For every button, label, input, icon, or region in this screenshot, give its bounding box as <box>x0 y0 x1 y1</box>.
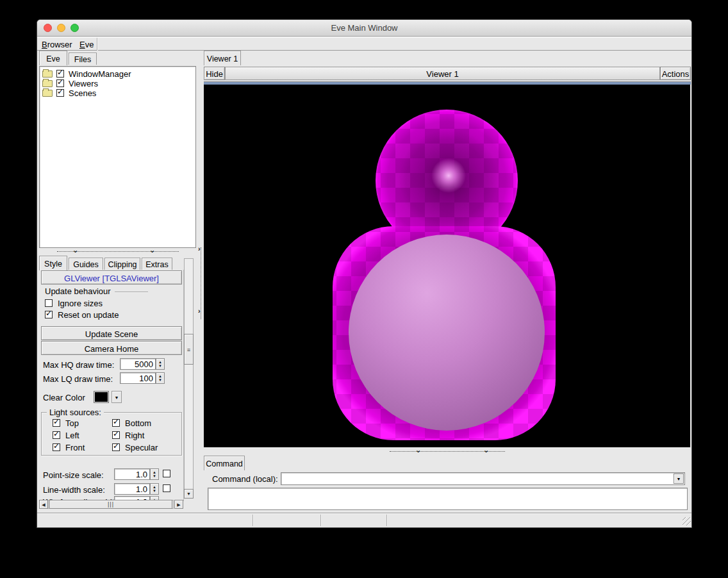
scrollbar-thumb[interactable]: ||| <box>49 500 172 509</box>
tree-item-scenes[interactable]: ✓ Scenes <box>42 88 190 98</box>
ignore-sizes-label: Ignore sizes <box>58 299 103 308</box>
tree-checkbox[interactable]: ✓ <box>56 70 64 78</box>
tab-style[interactable]: Style <box>39 256 67 270</box>
ignore-sizes-checkbox[interactable] <box>45 299 53 307</box>
light-specular-label: Specular <box>125 443 158 452</box>
tree-checkbox[interactable]: ✓ <box>56 89 64 97</box>
point-size-checkbox[interactable] <box>163 470 170 477</box>
left-horizontal-splitter[interactable]: ⌄ ⌄ <box>39 248 196 254</box>
group-rule <box>115 292 148 292</box>
light-right-checkbox[interactable]: ✓ <box>112 431 120 439</box>
point-size-label: Point-size scale: <box>43 470 104 480</box>
menu-browser[interactable]: Browser <box>42 40 72 49</box>
tree-item-windowmanager[interactable]: ✓ WindowManager <box>42 69 190 79</box>
camera-home-button[interactable]: Camera Home <box>41 341 182 355</box>
max-lq-label: Max LQ draw time: <box>43 374 113 384</box>
light-right-label: Right <box>125 431 144 440</box>
spinner-arrows[interactable]: ▲ ▼ <box>150 483 159 495</box>
viewer-title-bar[interactable]: Viewer 1 <box>225 67 660 80</box>
scroll-right-icon: ▶ <box>177 502 180 507</box>
clear-color-dropdown[interactable]: ▼ <box>112 391 122 403</box>
spin-down-icon[interactable]: ▼ <box>156 377 164 383</box>
light-bottom-checkbox[interactable]: ✓ <box>112 419 120 427</box>
scroll-left-button[interactable]: ◀ <box>39 500 48 509</box>
tree-item-label: Scenes <box>69 88 96 98</box>
command-output[interactable] <box>208 488 688 510</box>
viewer-hide-button[interactable]: Hide <box>204 67 225 80</box>
scroll-down-icon: ▼ <box>186 491 191 496</box>
clear-color-label: Clear Color <box>43 393 85 402</box>
statusbar-cell <box>253 515 321 526</box>
command-local-label: Command (local): <box>212 474 278 484</box>
command-dropdown-button[interactable]: ▼ <box>674 474 684 484</box>
viewer-highlight-strip <box>204 80 691 85</box>
point-size-spinner[interactable]: 1.0 ▲ ▼ <box>114 468 159 480</box>
tab-extras[interactable]: Extras <box>142 258 172 270</box>
tree-item-viewers[interactable]: ✓ Viewers <box>42 79 190 88</box>
light-specular-checkbox[interactable]: ✓ <box>112 443 120 451</box>
tab-viewer-1[interactable]: Viewer 1 <box>204 51 241 65</box>
column-splitter[interactable]: › › <box>197 51 204 513</box>
chevron-down-icon[interactable]: ⌄ <box>149 246 155 254</box>
clear-color-swatch[interactable] <box>94 391 109 403</box>
light-top-checkbox[interactable]: ✓ <box>53 419 60 427</box>
reset-on-update-checkbox[interactable]: ✓ <box>45 311 53 318</box>
line-width-spinner[interactable]: 1.0 ▲ ▼ <box>114 483 159 495</box>
tab-files[interactable]: Files <box>69 53 97 65</box>
light-left-checkbox[interactable]: ✓ <box>53 431 60 439</box>
update-scene-button[interactable]: Update Scene <box>41 326 182 340</box>
chevron-down-icon[interactable]: ⌄ <box>483 446 489 454</box>
light-left-label: Left <box>65 431 79 440</box>
line-width-value[interactable]: 1.0 <box>114 483 150 495</box>
resize-grip[interactable] <box>682 517 691 525</box>
max-hq-value[interactable]: 5000 <box>120 358 156 370</box>
check-icon: ✓ <box>53 429 60 438</box>
chevron-down-icon[interactable]: ⌄ <box>72 246 78 254</box>
chevron-down-icon[interactable]: ⌄ <box>415 446 421 454</box>
menubar-divider <box>97 38 97 51</box>
tab-guides[interactable]: Guides <box>69 258 103 270</box>
gl-viewport[interactable] <box>204 85 690 447</box>
light-top-label: Top <box>65 418 79 428</box>
update-behaviour-group: Update behaviour <box>45 286 182 296</box>
chevron-right-icon[interactable]: › <box>198 245 201 252</box>
scrollbar-thumb[interactable]: ≡ <box>184 334 194 365</box>
glviewer-button[interactable]: GLViewer [TGLSAViewer] <box>41 270 182 285</box>
spinner-arrows[interactable]: ▲ ▼ <box>150 468 159 480</box>
tab-command[interactable]: Command <box>204 456 245 470</box>
titlebar[interactable]: Eve Main Window <box>37 20 691 37</box>
viewer-actions-button[interactable]: Actions <box>660 67 691 80</box>
check-icon: ✓ <box>53 442 60 450</box>
spin-down-icon[interactable]: ▼ <box>156 363 164 368</box>
max-lq-value[interactable]: 100 <box>120 372 156 384</box>
grip-icon: ||| <box>108 501 114 508</box>
point-size-value[interactable]: 1.0 <box>114 468 150 480</box>
spin-down-icon[interactable]: ▼ <box>151 474 158 479</box>
style-vertical-scrollbar[interactable] <box>184 258 194 499</box>
spin-down-icon[interactable]: ▼ <box>151 488 158 493</box>
light-front-checkbox[interactable]: ✓ <box>53 443 60 451</box>
command-input[interactable]: ▼ <box>281 472 685 485</box>
max-hq-label: Max HQ draw time: <box>43 360 114 370</box>
chevron-right-icon[interactable]: › <box>198 307 201 315</box>
scroll-down-button[interactable]: ▼ <box>184 489 194 499</box>
folder-icon <box>42 90 53 97</box>
light-sources-group: Light sources: ✓ Top ✓ Bottom ✓ Left ✓ R… <box>41 412 182 456</box>
eve-tree-list: ✓ WindowManager ✓ Viewers ✓ Scenes <box>39 66 196 248</box>
spinner-arrows[interactable]: ▲ ▼ <box>156 358 165 370</box>
check-icon: ✓ <box>113 417 119 426</box>
viewer-bottom-splitter[interactable]: ⌄ ⌄ <box>204 448 690 454</box>
max-lq-spinner[interactable]: 100 ▲ ▼ <box>120 372 165 384</box>
max-hq-spinner[interactable]: 5000 ▲ ▼ <box>120 358 165 370</box>
spinner-arrows[interactable]: ▲ ▼ <box>156 372 165 384</box>
menu-eve[interactable]: Eve <box>79 40 94 49</box>
splitter-dots <box>201 247 201 319</box>
scroll-right-button[interactable]: ▶ <box>174 500 183 509</box>
tree-checkbox[interactable]: ✓ <box>56 79 64 87</box>
light-bottom-label: Bottom <box>125 418 151 428</box>
tree-item-label: WindowManager <box>69 69 131 79</box>
desktop-background: Eve Main Window Browser Eve Eve Files ✓ … <box>0 0 728 578</box>
line-width-checkbox[interactable] <box>163 484 170 492</box>
tab-clipping[interactable]: Clipping <box>104 258 140 270</box>
tab-eve[interactable]: Eve <box>39 51 67 65</box>
